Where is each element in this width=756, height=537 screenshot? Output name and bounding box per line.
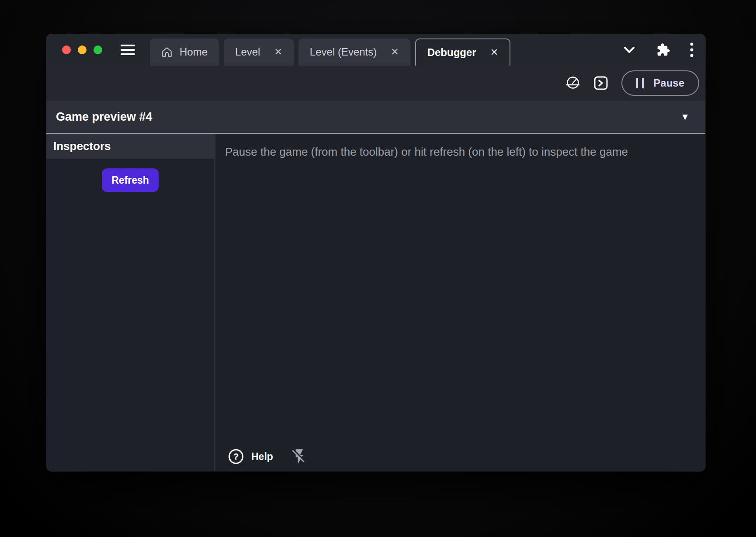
game-preview-selector[interactable]: Game preview #4 ▼ [46,101,705,134]
traffic-lights [62,45,102,54]
inspector-hint-message: Pause the game (from the toolbar) or hit… [215,134,705,159]
tab-level-events[interactable]: Level (Events) ✕ [298,38,410,66]
tab-home[interactable]: Home [150,38,219,66]
tab-level[interactable]: Level ✕ [224,38,294,66]
close-tab-icon[interactable]: ✕ [274,47,282,57]
title-bar: Home Level ✕ Level (Events) ✕ Debugger ✕ [46,34,705,66]
refresh-button[interactable]: Refresh [102,168,159,192]
console-icon[interactable] [593,76,608,91]
pause-button-label: Pause [653,77,684,89]
question-glyph: ? [233,451,239,462]
titlebar-actions [621,41,694,59]
pause-icon [636,78,644,88]
pause-button[interactable]: Pause [621,70,699,96]
debugger-toolbar: Pause [46,66,705,101]
game-preview-title: Game preview #4 [56,110,153,124]
tab-label: Level [235,46,260,58]
close-window-button[interactable] [62,45,71,54]
minimize-window-button[interactable] [78,45,87,54]
zoom-window-button[interactable] [94,45,102,54]
debugger-content: Inspectors Refresh Pause the game (from … [46,134,705,471]
tab-bar: Home Level ✕ Level (Events) ✕ Debugger ✕ [150,38,510,66]
caret-down-icon[interactable]: ▼ [680,112,690,122]
home-icon [161,46,173,58]
close-tab-icon[interactable]: ✕ [490,48,498,57]
tab-label: Level (Events) [310,46,377,58]
app-window: Home Level ✕ Level (Events) ✕ Debugger ✕ [46,34,705,471]
tab-debugger[interactable]: Debugger ✕ [415,38,510,66]
tab-label: Debugger [427,46,476,59]
flash-off-icon[interactable] [291,448,308,465]
inspectors-header: Inspectors [46,134,214,159]
desktop-background: Home Level ✕ Level (Events) ✕ Debugger ✕ [0,0,756,537]
extensions-puzzle-icon[interactable] [656,43,670,57]
chevron-down-icon[interactable] [621,45,637,55]
profiler-icon[interactable] [565,76,580,91]
close-tab-icon[interactable]: ✕ [391,47,399,57]
help-icon[interactable]: ? [229,449,243,464]
inspector-main-area: Pause the game (from the toolbar) or hit… [215,134,705,471]
help-link[interactable]: Help [251,451,273,463]
tab-label: Home [180,46,208,58]
inspectors-panel: Inspectors Refresh [46,134,214,471]
bottom-actions: ? Help [215,448,705,471]
hamburger-menu-icon[interactable] [121,45,135,55]
kebab-menu-icon[interactable] [690,41,694,59]
